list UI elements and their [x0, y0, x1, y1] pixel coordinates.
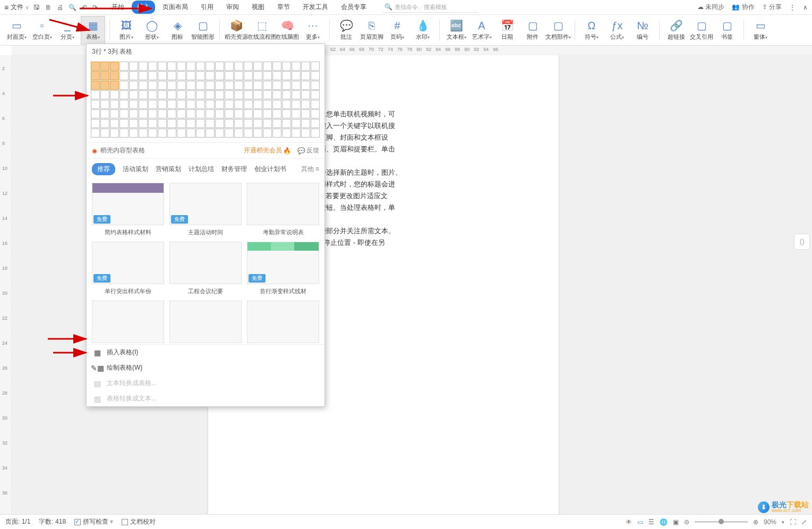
grid-cell[interactable] — [292, 129, 301, 138]
grid-cell[interactable] — [167, 90, 176, 99]
grid-cell[interactable] — [272, 81, 281, 90]
ribbon-图片[interactable]: 🖼图片▾ — [114, 16, 139, 45]
grid-cell[interactable] — [263, 119, 272, 128]
grid-cell[interactable] — [139, 62, 148, 71]
grid-cell[interactable] — [311, 109, 320, 118]
tab-page-layout[interactable]: 页面布局 — [157, 1, 193, 14]
grid-cell[interactable] — [301, 71, 310, 80]
grid-cell[interactable] — [167, 100, 176, 109]
word-count[interactable]: 字数: 418 — [39, 517, 66, 526]
page-indicator[interactable]: 页面: 1/1 — [5, 517, 30, 526]
grid-cell[interactable] — [292, 100, 301, 109]
grid-cell[interactable] — [129, 90, 138, 99]
grid-cell[interactable] — [301, 81, 310, 90]
ribbon-交叉引用[interactable]: ▢交叉引用 — [689, 16, 714, 45]
grid-cell[interactable] — [167, 81, 176, 90]
grid-cell[interactable] — [100, 100, 109, 109]
grid-cell[interactable] — [158, 129, 167, 138]
grid-cell[interactable] — [282, 90, 291, 99]
grid-cell[interactable] — [148, 109, 157, 118]
ribbon-在线流程图[interactable]: ⬚在线流程图 — [250, 16, 274, 45]
grid-cell[interactable] — [282, 119, 291, 128]
grid-cell[interactable] — [282, 109, 291, 118]
grid-cell[interactable] — [215, 129, 224, 138]
ribbon-空白页[interactable]: ▫空白页▾ — [30, 16, 54, 45]
tab-references[interactable]: 引用 — [195, 1, 219, 14]
grid-cell[interactable] — [272, 109, 281, 118]
grid-cell[interactable] — [234, 109, 243, 118]
grid-cell[interactable] — [100, 81, 109, 90]
grid-cell[interactable] — [282, 62, 291, 71]
grid-cell[interactable] — [129, 119, 138, 128]
grid-cell[interactable] — [301, 62, 310, 71]
table-size-grid[interactable] — [87, 59, 324, 142]
grid-cell[interactable] — [91, 129, 100, 138]
grid-cell[interactable] — [292, 109, 301, 118]
grid-cell[interactable] — [263, 71, 272, 80]
grid-cell[interactable] — [119, 71, 129, 80]
ribbon-封面页[interactable]: ▭封面页▾ — [4, 16, 29, 45]
grid-cell[interactable] — [148, 62, 157, 71]
grid-cell[interactable] — [139, 100, 148, 109]
grid-cell[interactable] — [272, 129, 281, 138]
grid-cell[interactable] — [196, 119, 205, 128]
view-outline-icon[interactable]: ☰ — [648, 518, 654, 526]
grid-cell[interactable] — [263, 81, 272, 90]
grid-cell[interactable] — [139, 90, 148, 99]
grid-cell[interactable] — [253, 109, 262, 118]
grid-cell[interactable] — [301, 129, 310, 138]
ribbon-超链接[interactable]: 🔗超链接 — [664, 16, 688, 45]
side-panel-toggle[interactable]: ⟨⟩ — [794, 234, 810, 250]
grid-cell[interactable] — [177, 90, 186, 99]
category-活动策划[interactable]: 活动策划 — [123, 165, 148, 174]
spellcheck-toggle[interactable]: 拼写检查 ▾ — [74, 517, 113, 526]
grid-cell[interactable] — [177, 81, 186, 90]
grid-cell[interactable] — [148, 71, 157, 80]
save-as-icon[interactable]: 🗎 — [45, 4, 52, 11]
grid-cell[interactable] — [225, 62, 234, 71]
ribbon-水印[interactable]: 💧水印▾ — [411, 16, 435, 45]
docproof-toggle[interactable]: 文档校对 — [122, 517, 156, 526]
grid-cell[interactable] — [272, 100, 281, 109]
grid-cell[interactable] — [119, 62, 129, 71]
grid-cell[interactable] — [272, 90, 281, 99]
grid-cell[interactable] — [129, 62, 138, 71]
template-item[interactable]: 免费首行渐变样式线材 — [247, 242, 319, 295]
grid-cell[interactable] — [206, 129, 215, 138]
more-icon[interactable]: ⋮ — [789, 4, 796, 11]
category-计划总结[interactable]: 计划总结 — [189, 165, 214, 174]
menu-绘制表格(W)[interactable]: ✎▦绘制表格(W) — [87, 360, 324, 376]
grid-cell[interactable] — [206, 109, 215, 118]
grid-cell[interactable] — [253, 129, 262, 138]
tab-devtools[interactable]: 开发工具 — [297, 1, 334, 14]
grid-cell[interactable] — [206, 119, 215, 128]
grid-cell[interactable] — [91, 109, 100, 118]
grid-cell[interactable] — [244, 71, 253, 80]
grid-cell[interactable] — [234, 62, 243, 71]
grid-cell[interactable] — [206, 100, 215, 109]
grid-cell[interactable] — [158, 109, 167, 118]
sync-status[interactable]: ☁ 未同步 — [697, 3, 724, 12]
promo-upgrade[interactable]: 开通稻壳会员 🔥 — [244, 146, 291, 155]
ribbon-编号[interactable]: №编号 — [630, 16, 655, 45]
grid-cell[interactable] — [110, 109, 119, 118]
grid-cell[interactable] — [186, 119, 195, 128]
ribbon-文本框[interactable]: 🔤文本框▾ — [444, 16, 468, 45]
grid-cell[interactable] — [301, 90, 310, 99]
grid-cell[interactable] — [196, 62, 205, 71]
grid-cell[interactable] — [244, 62, 253, 71]
tab-review[interactable]: 审阅 — [221, 1, 244, 14]
grid-cell[interactable] — [206, 62, 215, 71]
grid-cell[interactable] — [110, 119, 119, 128]
grid-cell[interactable] — [263, 90, 272, 99]
grid-cell[interactable] — [119, 119, 129, 128]
grid-cell[interactable] — [225, 109, 234, 118]
grid-cell[interactable] — [301, 119, 310, 128]
grid-cell[interactable] — [129, 81, 138, 90]
grid-cell[interactable] — [196, 71, 205, 80]
grid-cell[interactable] — [282, 129, 291, 138]
grid-cell[interactable] — [244, 129, 253, 138]
grid-cell[interactable] — [234, 90, 243, 99]
grid-cell[interactable] — [196, 109, 205, 118]
grid-cell[interactable] — [234, 129, 243, 138]
